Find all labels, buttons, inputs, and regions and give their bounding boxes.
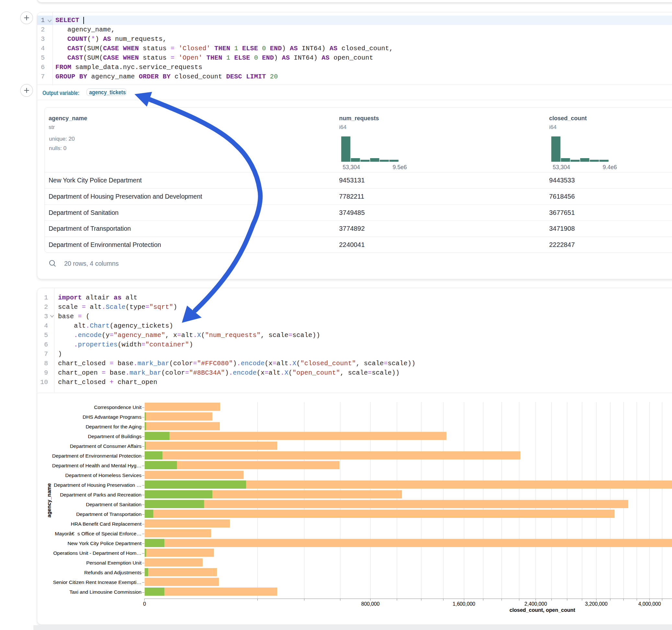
svg-text:Operations Unit - Department o: Operations Unit - Department of Hom… [53,550,141,556]
svg-text:New York City Police Departmen: New York City Police Department [67,540,142,546]
svg-text:0: 0 [143,601,146,607]
svg-text:Department of Transportation: Department of Transportation [76,511,142,517]
svg-text:Department of Buildings: Department of Buildings [88,434,142,439]
svg-text:1,600,000: 1,600,000 [453,601,475,607]
svg-text:3,200,000: 3,200,000 [585,601,607,607]
svg-text:closed_count, open_count: closed_count, open_count [510,607,575,613]
svg-text:Department of Health and Menta: Department of Health and Mental Hyg… [52,463,142,468]
svg-text:agency_name: agency_name [46,483,52,517]
svg-text:Correspondence Unit: Correspondence Unit [94,405,142,410]
svg-text:Refunds and Adjustments: Refunds and Adjustments [84,570,142,575]
svg-text:Department of Consumer Affairs: Department of Consumer Affairs [70,443,141,449]
svg-text:800,000: 800,000 [361,601,380,607]
svg-text:Department of Environmental Pr: Department of Environmental Protection [52,453,142,459]
svg-text:Department for the Aging: Department for the Aging [86,424,141,429]
svg-text:Personal Exemption Unit: Personal Exemption Unit [86,560,142,565]
svg-text:Department of Sanitation: Department of Sanitation [86,502,141,507]
svg-text:Department of Homeless Service: Department of Homeless Services [65,472,141,478]
svg-text:Department of Housing Preserva: Department of Housing Preservation … [54,482,142,488]
svg-text:Department of Parks and Recrea: Department of Parks and Recreation [60,492,142,498]
svg-text:2,400,000: 2,400,000 [525,601,547,607]
svg-text:Taxi and Limousine Commission: Taxi and Limousine Commission [69,589,141,595]
svg-text:HRA Benefit Card Replacement: HRA Benefit Card Replacement [71,521,142,527]
svg-text:Mayorâ€ s Office of Special E: Mayorâ€ s Office of Special Enforce… [55,531,141,536]
svg-text:Senior Citizen Rent Increase E: Senior Citizen Rent Increase Exempti… [53,579,141,585]
svg-text:DHS Advantage Programs: DHS Advantage Programs [83,414,142,420]
svg-text:4,000,000: 4,000,000 [638,601,661,607]
